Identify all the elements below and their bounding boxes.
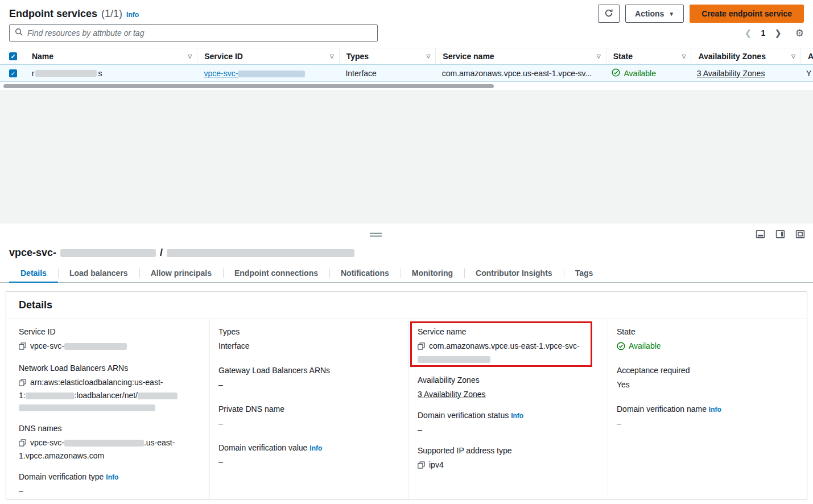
field-private-dns-name: Private DNS name – [218, 404, 397, 429]
details-card: Details Service ID vpce-svc- Network Loa… [6, 291, 807, 499]
redacted-text [35, 70, 97, 77]
panel-position-side-icon[interactable] [775, 229, 785, 241]
info-link[interactable]: Info [511, 412, 523, 420]
status-badge: Available [612, 68, 656, 79]
header-info-link[interactable]: Info [126, 11, 139, 19]
next-page-button[interactable]: ❯ [774, 28, 782, 38]
search-box[interactable] [9, 24, 378, 42]
row-service-name-cell: com.amazonaws.vpce.us-east-1.vpce-sv... [435, 69, 605, 78]
field-availability-zones: Availability Zones 3 Availability Zones [418, 375, 596, 400]
detail-tabs: Details Load balancers Allow principals … [0, 264, 813, 283]
redacted-text [26, 393, 75, 399]
tab-details[interactable]: Details [9, 264, 58, 282]
column-header-types[interactable]: Types▽ [340, 48, 436, 64]
previous-page-button[interactable]: ❮ [745, 28, 752, 38]
table-row[interactable]: ✓ rs vpce-svc- Interface com.amazonaws.v… [0, 64, 813, 82]
field-domain-verification-name: Domain verification name Info – [617, 404, 795, 429]
gear-icon[interactable]: ⚙ [795, 27, 804, 39]
filter-icon[interactable]: ▽ [330, 53, 334, 59]
redacted-text [64, 343, 127, 350]
panel-fullscreen-icon[interactable] [795, 229, 805, 241]
search-input[interactable] [27, 28, 372, 38]
column-header-name[interactable]: Name▽ [25, 48, 197, 64]
redacted-text [60, 249, 156, 257]
check-circle-icon [617, 341, 629, 350]
redacted-text [238, 71, 305, 77]
tab-notifications[interactable]: Notifications [329, 264, 401, 282]
page-title: Endpoint services [9, 8, 97, 20]
column-header-service-id[interactable]: Service ID▽ [197, 48, 339, 64]
endpoint-services-table: ✓ Name▽ Service ID▽ Types▽ Service name▽… [0, 48, 813, 82]
field-dns-names: DNS names vpce-svc-.us-east- 1.vpce.amaz… [19, 424, 198, 462]
field-domain-verification-type: Domain verification type Info – [19, 472, 198, 497]
row-cut-off-cell: Y [799, 69, 813, 78]
create-button-label: Create endpoint service [701, 9, 792, 18]
actions-button-label: Actions [635, 9, 664, 18]
redacted-text [19, 404, 155, 411]
drag-handle-icon[interactable] [370, 233, 382, 237]
panel-position-bottom-icon[interactable] [756, 229, 765, 241]
pagination: ❮ 1 ❯ ⚙ [745, 27, 804, 39]
tab-load-balancers[interactable]: Load balancers [58, 264, 139, 282]
availability-zones-link[interactable]: 3 Availability Zones [418, 390, 486, 399]
refresh-icon [604, 9, 613, 19]
copy-icon[interactable] [19, 378, 26, 390]
tab-allow-principals[interactable]: Allow principals [139, 264, 223, 282]
row-service-id-cell: vpce-svc- [197, 69, 339, 78]
column-header-state[interactable]: State▽ [606, 48, 692, 64]
field-types: Types Interface [218, 327, 397, 352]
header-checkbox-cell: ✓ [0, 48, 25, 64]
field-domain-verification-value: Domain verification value Info – [218, 443, 397, 468]
row-checkbox[interactable]: ✓ [9, 69, 17, 77]
filter-icon[interactable]: ▽ [426, 53, 430, 59]
check-circle-icon [612, 68, 620, 79]
toolbar: ❮ 1 ❯ ⚙ [9, 24, 804, 42]
copy-icon[interactable] [19, 438, 26, 450]
row-state-cell: Available [605, 68, 690, 79]
row-availability-zones-cell: 3 Availability Zones [690, 69, 799, 78]
refresh-button[interactable] [598, 5, 620, 23]
filter-icon[interactable]: ▽ [791, 53, 795, 59]
field-acceptance-required: Acceptance required Yes [617, 366, 795, 391]
column-header-service-name[interactable]: Service name▽ [436, 48, 606, 64]
column-header-availability-zones[interactable]: Availability Zones▽ [691, 48, 801, 64]
create-endpoint-service-button[interactable]: Create endpoint service [690, 5, 804, 23]
details-column-2: Types Interface Gateway Load Balancers A… [209, 319, 408, 499]
actions-button[interactable]: Actions ▼ [625, 5, 684, 23]
row-types-cell: Interface [339, 69, 435, 78]
service-id-link[interactable]: vpce-svc- [204, 69, 305, 78]
horizontal-scrollbar[interactable] [0, 84, 813, 89]
tab-monitoring[interactable]: Monitoring [401, 264, 464, 282]
filter-icon[interactable]: ▽ [682, 53, 686, 59]
copy-icon[interactable] [418, 460, 425, 472]
chevron-down-icon: ▼ [668, 11, 674, 17]
info-link[interactable]: Info [709, 406, 721, 414]
current-page-number[interactable]: 1 [761, 28, 765, 38]
column-header-cut-off[interactable]: A [801, 48, 813, 64]
availability-zones-link[interactable]: 3 Availability Zones [697, 69, 765, 78]
filter-icon[interactable]: ▽ [597, 53, 601, 59]
search-icon [15, 28, 23, 38]
page-title-group: Endpoint services (1/1) Info [9, 8, 139, 20]
status-badge: Available [617, 340, 795, 352]
table-header-row: ✓ Name▽ Service ID▽ Types▽ Service name▽… [0, 48, 813, 64]
tab-tags[interactable]: Tags [564, 264, 605, 282]
tab-contributor-insights[interactable]: Contributor Insights [464, 264, 564, 282]
field-service-name: Service name com.amazonaws.vpce.us-east-… [418, 327, 596, 365]
redacted-text [64, 440, 144, 447]
details-card-body: Service ID vpce-svc- Network Load Balanc… [6, 319, 807, 499]
endpoint-services-page: Endpoint services (1/1) Info Actions ▼ C… [0, 0, 813, 504]
selected-resource-title: vpce-svc- / [9, 247, 354, 259]
copy-icon[interactable] [19, 341, 26, 353]
filter-icon[interactable]: ▽ [188, 53, 192, 59]
copy-icon[interactable] [418, 341, 425, 353]
info-link[interactable]: Info [106, 473, 118, 481]
field-state: State Available [617, 327, 795, 352]
select-all-checkbox[interactable]: ✓ [9, 52, 17, 60]
tab-endpoint-connections[interactable]: Endpoint connections [223, 264, 329, 282]
row-name-cell: rs [25, 69, 197, 78]
scrollbar-thumb[interactable] [3, 84, 494, 88]
info-link[interactable]: Info [309, 444, 322, 452]
redacted-text [418, 356, 490, 363]
row-checkbox-cell: ✓ [0, 69, 25, 77]
